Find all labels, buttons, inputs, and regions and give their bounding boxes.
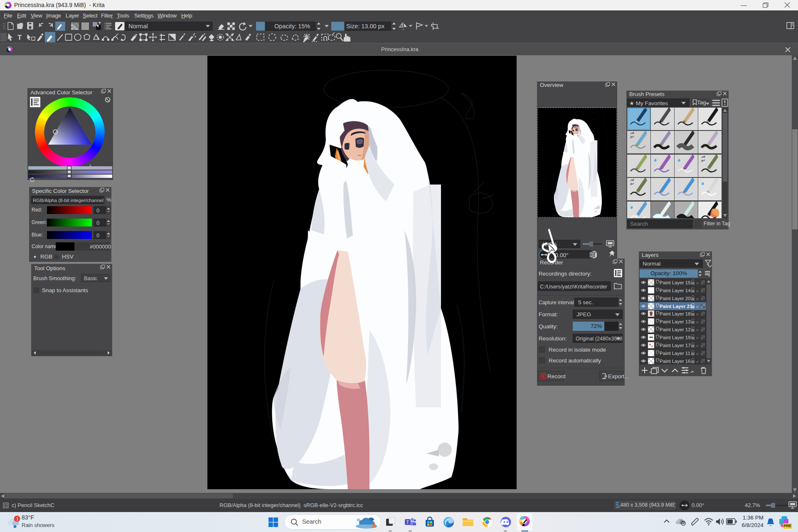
svg-text:': ' <box>677 156 678 160</box>
svg-text:Paint Layer 17: Paint Layer 17 <box>660 342 691 347</box>
svg-text:Size: 13.00 px: Size: 13.00 px <box>346 23 385 30</box>
svg-text:1: 1 <box>16 516 19 521</box>
svg-text:': ' <box>630 203 631 207</box>
svg-text:α: α <box>696 350 699 355</box>
svg-text:α: α <box>696 296 699 300</box>
svg-text:α: α <box>696 358 699 363</box>
svg-text:α: α <box>696 288 699 293</box>
svg-text:α: α <box>696 280 699 285</box>
svg-text:': ' <box>653 156 654 160</box>
svg-text:Normal: Normal <box>128 23 148 30</box>
svg-text:Paint Layer 16: Paint Layer 16 <box>660 358 691 363</box>
svg-text:α: α <box>696 303 699 308</box>
svg-text:α: α <box>696 319 699 324</box>
svg-text:': ' <box>701 180 702 184</box>
svg-text:α: α <box>696 335 699 340</box>
svg-text:α: α <box>696 327 699 332</box>
svg-text:Paint Layer 18: Paint Layer 18 <box>660 311 691 316</box>
svg-text:Paint Layer 21: Paint Layer 21 <box>660 303 692 308</box>
svg-text:α: α <box>696 311 699 316</box>
svg-text:Paint Layer 15: Paint Layer 15 <box>660 280 691 285</box>
svg-text:Opacity: 15%: Opacity: 15% <box>274 23 310 30</box>
svg-text:Paint Layer 14: Paint Layer 14 <box>660 287 691 293</box>
svg-text:Paint Layer 20: Paint Layer 20 <box>660 295 691 300</box>
svg-text:T: T <box>406 520 409 525</box>
svg-text:Paint Layer 12: Paint Layer 12 <box>660 327 691 332</box>
svg-text:Paint Layer 13: Paint Layer 13 <box>660 319 691 324</box>
svg-text:T: T <box>17 34 22 42</box>
svg-text:Paint Layer 11: Paint Layer 11 <box>660 350 690 355</box>
svg-text:α: α <box>696 342 699 347</box>
svg-text:Paint Layer 19: Paint Layer 19 <box>660 334 691 340</box>
